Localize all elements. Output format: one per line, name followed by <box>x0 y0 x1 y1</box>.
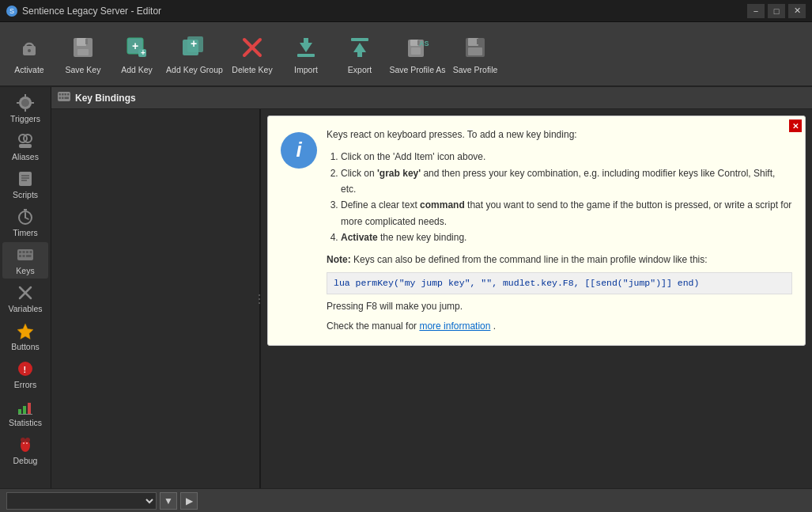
svg-marker-59 <box>17 324 33 339</box>
svg-rect-65 <box>18 414 32 415</box>
save-profile-as-icon: AS <box>403 33 432 62</box>
svg-rect-22 <box>351 38 368 41</box>
status-arrow-button[interactable]: ▼ <box>160 492 177 510</box>
sidebar: Triggers Aliases <box>0 87 51 488</box>
svg-rect-54 <box>19 255 21 257</box>
sidebar-item-triggers[interactable]: Triggers <box>2 90 48 127</box>
svg-rect-76 <box>59 97 62 100</box>
svg-rect-5 <box>77 49 89 55</box>
grab-key-bold: 'grab key' <box>377 168 421 179</box>
tree-panel <box>51 109 261 488</box>
svg-rect-21 <box>357 49 362 57</box>
info-step-4: Activate the new key binding. <box>341 229 792 245</box>
keybindings-header: Key Bindings <box>51 87 812 109</box>
save-profile-button[interactable]: Save Profile <box>449 25 501 83</box>
sidebar-item-debug[interactable]: Debug <box>2 432 48 468</box>
delete-key-button[interactable]: Delete Key <box>226 25 278 83</box>
resize-dot <box>259 294 260 296</box>
info-step-2: Click on 'grab key' and then press your … <box>341 165 792 198</box>
svg-rect-74 <box>65 93 67 96</box>
svg-rect-6 <box>85 39 88 44</box>
svg-line-47 <box>25 218 28 219</box>
svg-rect-51 <box>23 251 25 253</box>
svg-rect-4 <box>77 38 86 46</box>
aliases-label: Aliases <box>12 152 39 161</box>
export-button[interactable]: Export <box>334 25 386 83</box>
save-key-icon <box>69 33 97 62</box>
minimize-button[interactable]: − <box>747 4 765 18</box>
errors-icon: ! <box>16 359 35 378</box>
info-box: ✕ i Keys react on keyboard presses. To a… <box>267 116 806 346</box>
maximize-button[interactable]: □ <box>768 4 785 18</box>
command-bold: command <box>420 199 465 210</box>
export-icon <box>346 33 374 62</box>
content-split: ✕ i Keys react on keyboard presses. To a… <box>51 109 812 488</box>
import-button[interactable]: Import <box>280 25 332 83</box>
svg-rect-64 <box>28 403 31 414</box>
keybindings-title: Key Bindings <box>75 93 136 104</box>
keys-icon <box>16 245 35 264</box>
status-play-button[interactable]: ▶ <box>180 492 198 510</box>
info-box-inner: i Keys react on keyboard presses. To add… <box>281 127 792 334</box>
svg-rect-40 <box>19 144 32 148</box>
sidebar-item-variables[interactable]: Variables <box>2 280 48 317</box>
title-bar: S Sentience Legacy Server - Editor − □ ✕ <box>0 0 812 22</box>
svg-point-68 <box>26 442 28 444</box>
svg-rect-50 <box>19 251 21 253</box>
delete-key-icon <box>238 33 266 62</box>
statistics-label: Statistics <box>9 418 42 427</box>
keys-label: Keys <box>16 266 34 275</box>
debug-label: Debug <box>13 456 38 465</box>
sidebar-item-keys[interactable]: Keys <box>2 242 48 279</box>
triggers-label: Triggers <box>10 114 40 123</box>
sidebar-item-aliases[interactable]: Aliases <box>2 128 48 165</box>
resize-dots <box>259 294 260 304</box>
close-button[interactable]: ✕ <box>788 4 806 18</box>
title-bar-controls: − □ ✕ <box>747 4 806 18</box>
info-close-button[interactable]: ✕ <box>789 119 802 132</box>
sidebar-item-timers[interactable]: Timers <box>2 204 48 241</box>
info-step-3: Define a clear text command that you wan… <box>341 197 792 229</box>
svg-rect-53 <box>30 251 32 253</box>
sidebar-item-errors[interactable]: ! Errors <box>2 356 48 393</box>
more-information-link[interactable]: more information <box>419 320 490 332</box>
svg-text:!: ! <box>24 365 27 374</box>
info-note: Note: Keys can also be defined from the … <box>327 252 792 267</box>
sidebar-item-statistics[interactable]: Statistics <box>2 394 48 430</box>
add-key-group-button[interactable]: + Add Key Group <box>164 25 225 83</box>
svg-rect-75 <box>67 93 70 96</box>
svg-rect-24 <box>410 40 418 46</box>
statistics-icon <box>16 397 35 416</box>
check-line: Check the manual for more information . <box>327 319 792 334</box>
note-bold: Note: <box>327 254 351 265</box>
status-dropdown[interactable] <box>6 492 157 510</box>
save-profile-icon <box>461 33 489 62</box>
svg-point-70 <box>25 438 30 442</box>
info-icon-circle: i <box>281 132 317 169</box>
aliases-icon <box>16 131 35 150</box>
svg-rect-30 <box>468 47 482 55</box>
variables-icon <box>16 283 35 302</box>
save-key-button[interactable]: Save Key <box>57 25 109 83</box>
svg-rect-55 <box>23 255 25 257</box>
import-icon <box>292 33 320 62</box>
scripts-icon <box>16 169 35 188</box>
svg-rect-31 <box>477 39 479 44</box>
activate-bold: Activate <box>341 232 378 243</box>
sidebar-item-buttons[interactable]: Buttons <box>2 318 48 355</box>
info-step-1: Click on the 'Add Item' icon above. <box>341 149 792 165</box>
activate-button[interactable]: Activate <box>3 25 55 83</box>
app-icon: S <box>6 6 17 17</box>
main-layout: Triggers Aliases <box>0 87 812 488</box>
sidebar-item-scripts[interactable]: Scripts <box>2 166 48 203</box>
resize-handle[interactable] <box>256 109 262 488</box>
svg-rect-25 <box>411 47 421 55</box>
add-key-button[interactable]: + + Add Key <box>111 25 163 83</box>
svg-text:AS: AS <box>419 40 429 47</box>
save-profile-as-button[interactable]: AS Save Profile As <box>387 25 448 83</box>
svg-rect-52 <box>26 251 28 253</box>
errors-label: Errors <box>14 380 37 389</box>
timers-icon <box>16 207 35 226</box>
code-block: lua permKey("my jump key", "", mudlet.ke… <box>327 272 792 294</box>
svg-rect-19 <box>297 54 315 57</box>
